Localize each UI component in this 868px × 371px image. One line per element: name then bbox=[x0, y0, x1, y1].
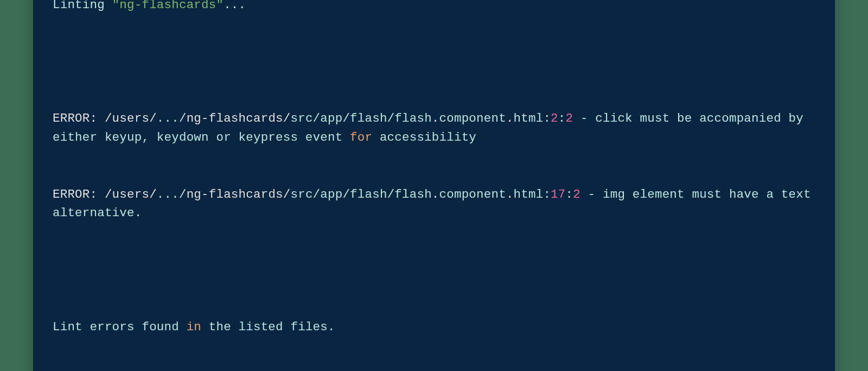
line-number: 17 bbox=[551, 187, 565, 202]
colon: : bbox=[543, 187, 551, 202]
keyword-in: in bbox=[187, 320, 201, 334]
dash: - bbox=[573, 111, 595, 125]
dot: . bbox=[506, 187, 514, 202]
terminal-output: > ng lint Linting "ng-flashcards"... ERR… bbox=[53, 0, 815, 371]
project-name: "ng-flashcards" bbox=[112, 0, 224, 12]
keyword-for: for bbox=[350, 130, 372, 144]
path-component: component bbox=[439, 111, 506, 125]
summary-prefix: Lint errors found bbox=[53, 320, 187, 334]
dot: . bbox=[432, 187, 439, 202]
dash: - bbox=[580, 187, 603, 202]
col-number: 2 bbox=[573, 187, 580, 202]
error-label: ERROR: bbox=[53, 187, 105, 202]
terminal-window: > ng lint Linting "ng-flashcards"... ERR… bbox=[33, 0, 835, 371]
path-dots: .../ bbox=[157, 187, 187, 202]
error-line: ERROR: /users/.../ng-flashcards/src/app/… bbox=[53, 109, 815, 147]
blank-line bbox=[53, 261, 815, 280]
colon: : bbox=[558, 111, 566, 125]
path-ext: html bbox=[514, 111, 544, 125]
blank-line bbox=[53, 52, 815, 71]
path-tail: src/app/flash/flash bbox=[291, 187, 432, 202]
path-tail: src/app/flash/flash bbox=[291, 111, 432, 125]
dot: . bbox=[432, 111, 439, 125]
col-number: 2 bbox=[566, 111, 573, 125]
colon: : bbox=[543, 111, 551, 125]
linting-ellipsis: ... bbox=[224, 0, 246, 12]
path-project: ng-flashcards/ bbox=[187, 187, 291, 202]
path-component: component bbox=[439, 187, 506, 202]
colon: : bbox=[566, 187, 573, 202]
path-project: ng-flashcards/ bbox=[187, 111, 291, 125]
error-label: ERROR: bbox=[53, 111, 105, 125]
linting-project-line: Linting "ng-flashcards"... bbox=[53, 0, 815, 15]
path-users: /users/ bbox=[105, 187, 157, 202]
line-number: 2 bbox=[551, 111, 558, 125]
error-line: ERROR: /users/.../ng-flashcards/src/app/… bbox=[53, 185, 815, 223]
summary-suffix: the listed files. bbox=[201, 320, 335, 334]
linting-label: Linting bbox=[53, 0, 112, 12]
error-message: accessibility bbox=[372, 130, 476, 144]
dot: . bbox=[506, 111, 514, 125]
path-ext: html bbox=[514, 187, 544, 202]
summary-line: Lint errors found in the listed files. bbox=[53, 318, 815, 337]
path-users: /users/ bbox=[105, 111, 157, 125]
path-dots: .../ bbox=[157, 111, 187, 125]
